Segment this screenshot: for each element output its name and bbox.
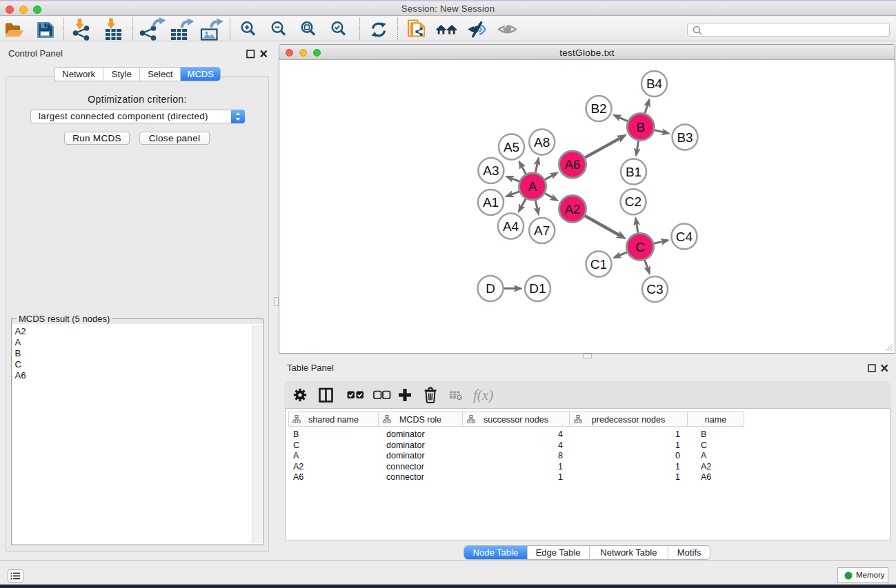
svg-text:A8: A8	[534, 135, 550, 150]
svg-text:f(x): f(x)	[473, 387, 493, 403]
svg-text:A3: A3	[483, 163, 499, 178]
svg-text:A1: A1	[483, 195, 499, 210]
svg-text:B1: B1	[626, 165, 641, 179]
svg-text:B2: B2	[590, 101, 606, 116]
svg-text:D1: D1	[529, 281, 546, 296]
svg-text:A5: A5	[504, 140, 519, 154]
svg-text:C: C	[635, 240, 645, 254]
svg-text:B4: B4	[646, 77, 663, 91]
svg-text:C4: C4	[676, 230, 693, 244]
svg-text:C2: C2	[625, 194, 641, 209]
svg-text:A4: A4	[503, 219, 519, 234]
svg-text:C3: C3	[646, 282, 663, 296]
svg-text:A7: A7	[534, 223, 550, 238]
svg-text:D: D	[486, 281, 495, 296]
svg-text:A: A	[528, 179, 537, 194]
svg-text:A2: A2	[564, 202, 580, 216]
svg-text:B3: B3	[677, 130, 693, 145]
svg-text:B: B	[636, 120, 645, 134]
svg-text:C1: C1	[590, 257, 607, 272]
svg-text:A6: A6	[564, 157, 580, 172]
